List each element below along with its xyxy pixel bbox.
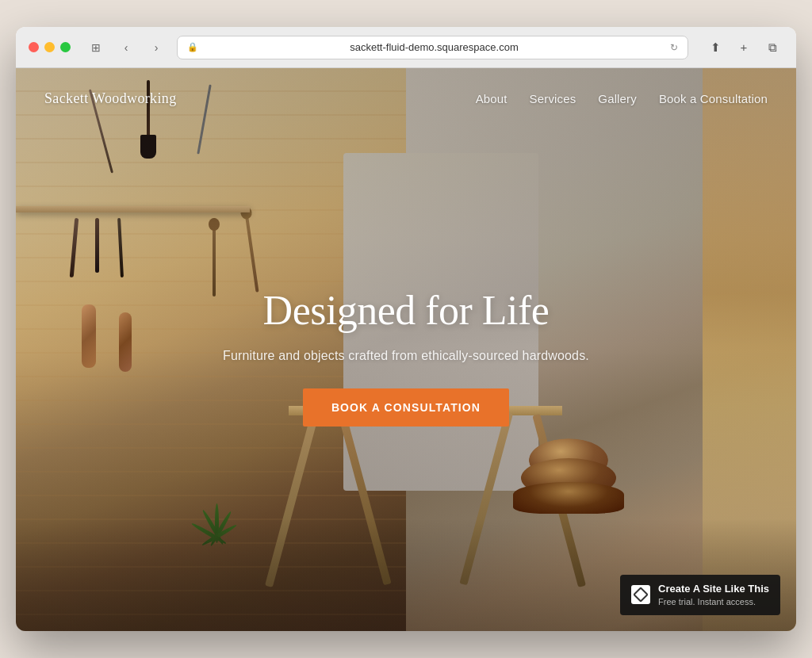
badge-subtitle: Free trial. Instant access. [658,596,769,607]
squarespace-logo-shape [633,587,649,603]
browser-controls: ⊞ ‹ › [85,36,167,59]
forward-button[interactable]: › [145,36,167,59]
address-bar[interactable]: 🔒 sackett-fluid-demo.squarespace.com ↻ [177,36,688,59]
browser-window: ⊞ ‹ › 🔒 sackett-fluid-demo.squarespace.c… [16,27,796,631]
badge-title: Create A Site Like This [658,583,769,596]
squarespace-logo-icon [631,585,650,604]
lock-icon: 🔒 [187,42,198,52]
nav-about[interactable]: About [476,92,508,105]
nav-gallery[interactable]: Gallery [598,92,637,105]
traffic-lights [29,42,71,52]
close-button[interactable] [29,42,39,52]
nav-links: About Services Gallery Book a Consultati… [476,92,768,105]
sidebar-toggle-button[interactable]: ⊞ [85,36,107,59]
url-text: sackett-fluid-demo.squarespace.com [203,41,665,53]
navigation: Sackett Woodworking About Services Galle… [16,68,796,129]
minimize-button[interactable] [44,42,55,52]
new-tab-button[interactable]: + [733,36,755,59]
site-logo[interactable]: Sackett Woodworking [44,90,177,107]
back-button[interactable]: ‹ [115,36,137,59]
browser-actions: ⬆ + ⧉ [704,36,783,59]
browser-chrome: ⊞ ‹ › 🔒 sackett-fluid-demo.squarespace.c… [16,27,796,68]
squarespace-badge[interactable]: Create A Site Like This Free trial. Inst… [620,575,780,615]
reload-icon[interactable]: ↻ [670,42,678,53]
hero-content: Designed for Life Furniture and objects … [168,287,644,427]
badge-text: Create A Site Like This Free trial. Inst… [658,583,769,607]
share-button[interactable]: ⬆ [704,36,726,59]
hero-subtitle: Furniture and objects crafted from ethic… [168,349,644,363]
hero-section: Sackett Woodworking About Services Galle… [16,68,796,631]
hero-title: Designed for Life [168,287,644,335]
website: Sackett Woodworking About Services Galle… [16,68,796,631]
tabs-button[interactable]: ⧉ [761,36,783,59]
nav-book-consultation[interactable]: Book a Consultation [659,92,768,105]
nav-services[interactable]: Services [530,92,576,105]
fullscreen-button[interactable] [60,42,71,52]
hero-cta-button[interactable]: Book a Consultation [303,388,509,427]
